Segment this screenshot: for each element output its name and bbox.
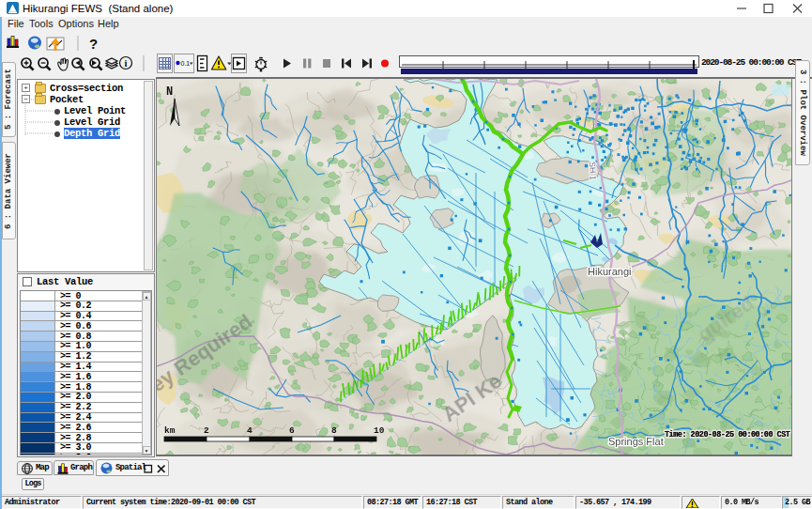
svg-text:10: 10: [374, 425, 385, 436]
svg-text:Hikurangi: Hikurangi: [588, 266, 631, 277]
svg-text:6: 6: [289, 425, 295, 436]
svg-text:Springs Flat: Springs Flat: [608, 436, 664, 447]
svg-text:Time: 2020-08-25 00:00:00 CST: Time: 2020-08-25 00:00:00 CST: [665, 430, 790, 440]
svg-text:8: 8: [331, 425, 337, 436]
svg-text:2: 2: [204, 425, 209, 436]
svg-text:N: N: [166, 85, 173, 99]
svg-text:SH 1: SH 1: [588, 162, 598, 180]
svg-text:4: 4: [247, 425, 253, 436]
svg-text:?: ?: [89, 36, 98, 52]
svg-text:i: i: [125, 58, 128, 69]
svg-text:km: km: [164, 425, 176, 436]
svg-text:0.1: 0.1: [181, 60, 191, 67]
